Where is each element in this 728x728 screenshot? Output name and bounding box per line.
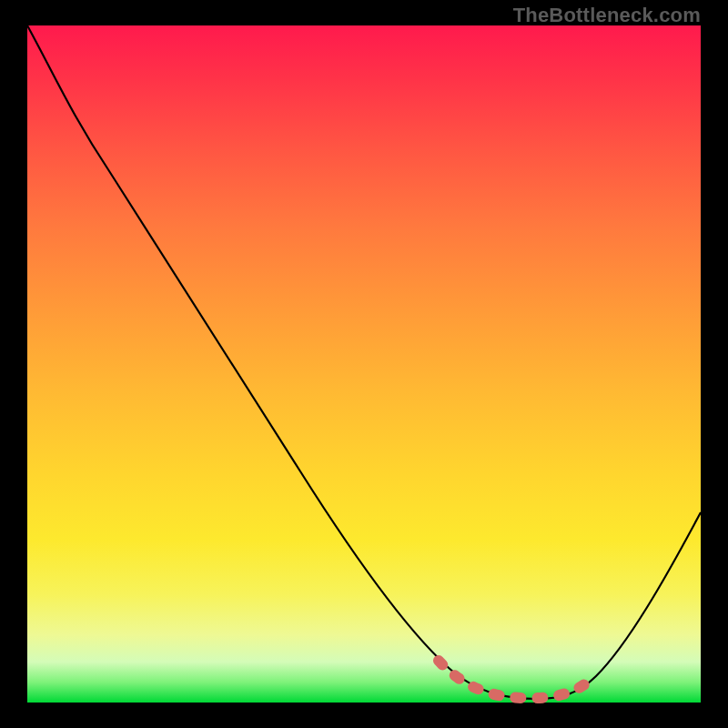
curve-layer <box>27 25 701 703</box>
bottleneck-curve <box>27 25 701 699</box>
attribution-text: TheBottleneck.com <box>513 4 701 27</box>
minimum-band <box>439 661 592 698</box>
chart-frame: TheBottleneck.com <box>0 0 728 728</box>
plot-area <box>27 25 701 703</box>
